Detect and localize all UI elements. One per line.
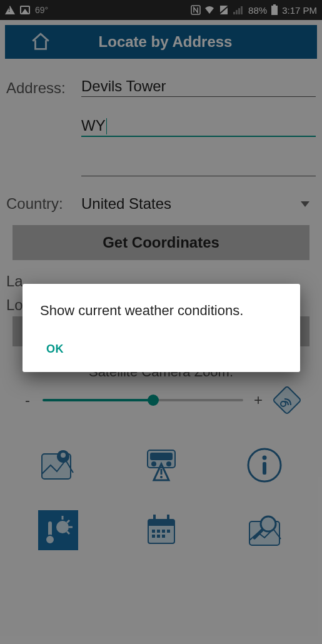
dialog: Show current weather conditions. OK <box>23 284 300 372</box>
dialog-message: Show current weather conditions. <box>40 303 283 319</box>
screen: 69° 88% 3:17 PM Locate by Address Addres… <box>0 0 322 644</box>
dialog-ok-button[interactable]: OK <box>40 340 70 358</box>
